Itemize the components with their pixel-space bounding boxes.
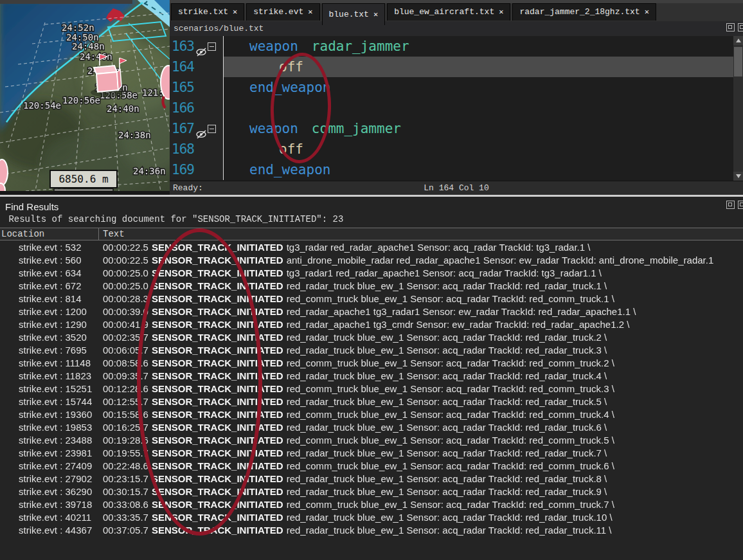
find-result-row[interactable]: strike.evt : 11823 00:09:35.7SENSOR_TRAC… (0, 370, 743, 383)
code-keyword: weapon (249, 121, 298, 136)
gutter[interactable]: 164 (170, 57, 224, 77)
scrollbar-thumb[interactable] (734, 47, 742, 77)
fold-collapse-icon[interactable] (208, 42, 216, 51)
find-result-row[interactable]: strike.evt : 532 00:00:22.5SENSOR_TRACK_… (0, 241, 743, 254)
find-result-row[interactable]: strike.evt : 15744 00:12:55.7SENSOR_TRAC… (0, 395, 743, 408)
find-result-row[interactable]: strike.evt : 27409 00:22:48.6SENSOR_TRAC… (0, 460, 743, 473)
find-result-row[interactable]: strike.evt : 634 00:00:25.0SENSOR_TRACK_… (0, 267, 743, 280)
line-number: 163 (172, 36, 194, 57)
result-location: strike.evt : 15744 (0, 395, 99, 408)
tab-label: blue_ew_aircraft.txt (394, 4, 494, 21)
find-result-row[interactable]: strike.evt : 23981 00:19:55.7SENSOR_TRAC… (0, 447, 743, 460)
result-detail: red_radar_truck blue_ew_1 Sensor: acq_ra… (287, 345, 607, 356)
pane-window-icons (726, 201, 743, 211)
results-header-row: Location Text (0, 228, 743, 240)
gutter[interactable]: 168 (170, 139, 224, 159)
map-grid-label: 24:48n (72, 41, 105, 51)
tab-strike-txt[interactable]: strike.txt ✕ (171, 3, 244, 21)
result-keyword: SENSOR_TRACK_INITIATED (152, 422, 283, 433)
find-result-row[interactable]: strike.evt : 27902 00:23:15.7SENSOR_TRAC… (0, 473, 743, 485)
result-detail: red_comm_truck blue_ew_1 Sensor: acq_rad… (287, 409, 614, 420)
code-editor[interactable]: 163 weaponradar_jammer 164 off 165 (170, 36, 733, 181)
map-viewport[interactable]: 24:52n 24:50n 24:48n 24:46n 24:44n 24:42… (0, 0, 170, 191)
code-line[interactable]: 165 end_weapon (170, 77, 733, 98)
map-grid-label: 24:52n (62, 23, 94, 33)
gutter[interactable]: 167 (170, 118, 224, 139)
code-line[interactable]: 168 off (170, 139, 733, 159)
code-line[interactable]: 166 (170, 98, 733, 118)
find-result-row[interactable]: strike.evt : 19853 00:16:25.7SENSOR_TRAC… (0, 421, 743, 434)
tab-blue-txt[interactable]: blue.txt ✕ (322, 3, 386, 25)
close-pane-icon[interactable] (738, 23, 743, 32)
result-text: 00:37:05.7SENSOR_TRACK_INITIATEDred_rada… (99, 524, 743, 537)
line-number: 164 (172, 57, 194, 77)
find-result-row[interactable]: strike.evt : 23488 00:19:28.6SENSOR_TRAC… (0, 434, 743, 447)
tab-strike-evt[interactable]: strike.evt ✕ (246, 3, 319, 21)
result-text: 00:08:58.6SENSOR_TRACK_INITIATEDred_comm… (99, 357, 743, 370)
result-detail: tg3_radar1 red_radar_apache1 Sensor: acq… (287, 267, 602, 278)
result-detail: red_radar_truck blue_ew_1 Sensor: acq_ra… (287, 447, 607, 458)
find-result-row[interactable]: strike.evt : 3520 00:02:35.7SENSOR_TRACK… (0, 331, 743, 344)
tab-close-icon[interactable]: ✕ (233, 4, 237, 21)
line-number: 165 (172, 77, 194, 98)
result-time: 00:19:55.7 (103, 447, 148, 458)
code-line[interactable]: 169 end_weapon (170, 159, 733, 180)
tab-blue-ew-aircraft-txt[interactable]: blue_ew_aircraft.txt ✕ (387, 3, 510, 21)
find-result-row[interactable]: strike.evt : 44367 00:37:05.7SENSOR_TRAC… (0, 524, 743, 537)
result-keyword: SENSOR_TRACK_INITIATED (152, 332, 283, 343)
gutter[interactable]: 169 (170, 159, 224, 180)
find-result-row[interactable]: strike.evt : 40211 00:33:35.7SENSOR_TRAC… (0, 511, 743, 524)
column-header-text[interactable]: Text (99, 228, 125, 240)
gutter[interactable]: 166 (170, 98, 224, 118)
result-text: 00:30:15.7SENSOR_TRACK_INITIATEDred_rada… (99, 485, 743, 498)
code-line[interactable]: 167 weaponcomm_jammer (170, 118, 733, 139)
find-result-row[interactable]: strike.evt : 1290 00:00:41.9SENSOR_TRACK… (0, 318, 743, 331)
find-result-row[interactable]: strike.evt : 1200 00:00:39.0SENSOR_TRACK… (0, 305, 743, 318)
result-time: 00:16:25.7 (103, 422, 148, 433)
find-result-row[interactable]: strike.evt : 672 00:00:25.0SENSOR_TRACK_… (0, 280, 743, 293)
scroll-down-button[interactable] (733, 172, 743, 181)
result-time: 00:33:08.6 (103, 499, 148, 510)
code-value: off (279, 59, 303, 75)
tab-close-icon[interactable]: ✕ (373, 6, 378, 23)
find-result-row[interactable]: strike.evt : 7695 00:06:05.7SENSOR_TRACK… (0, 344, 743, 357)
result-time: 00:22:48.6 (103, 460, 148, 471)
close-pane-icon[interactable] (738, 201, 743, 209)
float-pane-icon[interactable] (726, 201, 735, 209)
code-line[interactable]: 164 off (170, 57, 733, 77)
code-line[interactable]: 163 weaponradar_jammer (170, 36, 733, 57)
tab-close-icon[interactable]: ✕ (308, 4, 312, 21)
result-time: 00:08:58.6 (103, 357, 148, 368)
result-detail: red_radar_truck blue_ew_1 Sensor: acq_ra… (287, 525, 612, 536)
find-result-row[interactable]: strike.evt : 560 00:00:22.5SENSOR_TRACK_… (0, 254, 743, 267)
result-keyword: SENSOR_TRACK_INITIATED (152, 512, 283, 523)
tab-close-icon[interactable]: ✕ (645, 4, 649, 21)
editor-scrollbar[interactable] (733, 36, 743, 181)
find-result-row[interactable]: strike.evt : 814 00:00:28.3SENSOR_TRACK_… (0, 293, 743, 305)
gutter[interactable]: 165 (170, 77, 224, 98)
current-line[interactable]: off (224, 57, 733, 77)
find-result-row[interactable]: strike.evt : 15251 00:12:28.6SENSOR_TRAC… (0, 383, 743, 395)
fold-collapse-icon[interactable] (208, 125, 216, 133)
result-keyword: SENSOR_TRACK_INITIATED (152, 370, 283, 381)
float-pane-icon[interactable] (726, 23, 735, 32)
find-result-row[interactable]: strike.evt : 36290 00:30:15.7SENSOR_TRAC… (0, 485, 743, 498)
code-keyword: end_weapon (249, 162, 330, 177)
column-header-location[interactable]: Location (0, 228, 99, 240)
eye-slash-icon[interactable] (195, 124, 207, 133)
tab-close-icon[interactable]: ✕ (499, 4, 503, 21)
gutter[interactable]: 163 (170, 36, 224, 57)
result-keyword: SENSOR_TRACK_INITIATED (152, 267, 283, 278)
find-result-row[interactable]: strike.evt : 19360 00:15:58.6SENSOR_TRAC… (0, 408, 743, 421)
find-result-row[interactable]: strike.evt : 11148 00:08:58.6SENSOR_TRAC… (0, 357, 743, 370)
result-detail: red_radar_truck blue_ew_1 Sensor: acq_ra… (287, 280, 607, 291)
tab-radar-jammer-txt[interactable]: radar_jammer_2_18ghz.txt ✕ (512, 3, 656, 21)
result-detail: red_comm_truck blue_ew_1 Sensor: acq_rad… (287, 460, 614, 471)
eye-slash-icon[interactable] (195, 42, 207, 51)
result-location: strike.evt : 11148 (0, 357, 99, 370)
scroll-up-button[interactable] (733, 36, 743, 45)
tab-label: strike.evt (253, 4, 303, 21)
result-location: strike.evt : 3520 (0, 331, 99, 344)
result-detail: red_radar_truck blue_ew_1 Sensor: acq_ra… (287, 486, 607, 497)
find-result-row[interactable]: strike.evt : 39718 00:33:08.6SENSOR_TRAC… (0, 498, 743, 511)
